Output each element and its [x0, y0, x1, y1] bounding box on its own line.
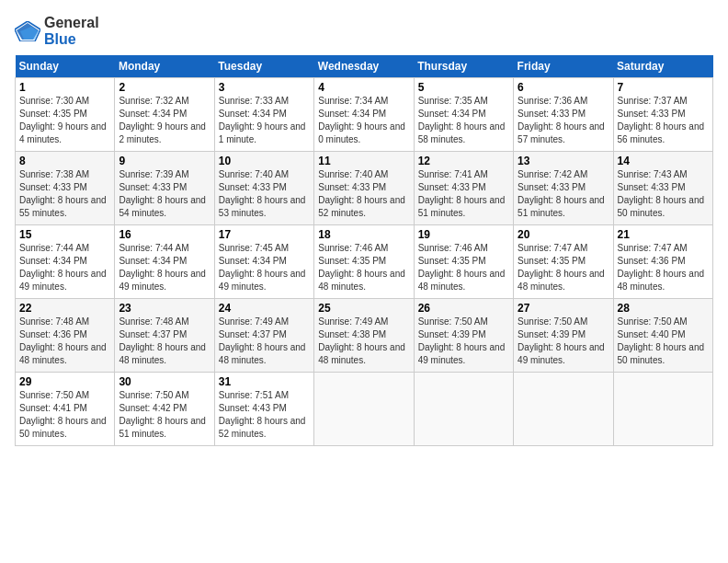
page-container: General Blue Sunday Monday Tuesday Wedne… [0, 0, 728, 454]
calendar-cell: 15 Sunrise: 7:44 AMSunset: 4:34 PMDaylig… [16, 225, 115, 299]
calendar-cell: 3 Sunrise: 7:33 AMSunset: 4:34 PMDayligh… [214, 78, 313, 152]
day-number: 27 [518, 302, 609, 315]
day-number: 12 [418, 155, 509, 167]
day-number: 5 [418, 81, 509, 94]
calendar-cell: 17 Sunrise: 7:45 AMSunset: 4:34 PMDaylig… [214, 225, 313, 299]
day-info: Sunrise: 7:46 AMSunset: 4:35 PMDaylight:… [318, 243, 405, 292]
calendar-cell: 23 Sunrise: 7:48 AMSunset: 4:37 PMDaylig… [115, 299, 214, 373]
calendar-week-row: 22 Sunrise: 7:48 AMSunset: 4:36 PMDaylig… [16, 299, 713, 373]
calendar-cell: 26 Sunrise: 7:50 AMSunset: 4:39 PMDaylig… [414, 299, 513, 373]
day-info: Sunrise: 7:47 AMSunset: 4:36 PMDaylight:… [618, 243, 705, 292]
day-number: 14 [618, 155, 709, 167]
calendar-cell: 21 Sunrise: 7:47 AMSunset: 4:36 PMDaylig… [613, 225, 712, 299]
day-info: Sunrise: 7:49 AMSunset: 4:38 PMDaylight:… [318, 316, 405, 365]
day-number: 20 [518, 228, 609, 241]
calendar-week-row: 8 Sunrise: 7:38 AMSunset: 4:33 PMDayligh… [16, 152, 713, 225]
header-monday: Monday [115, 55, 214, 78]
calendar-cell: 4 Sunrise: 7:34 AMSunset: 4:34 PMDayligh… [314, 78, 414, 152]
day-number: 4 [318, 81, 409, 94]
logo-blue: Blue [44, 31, 76, 47]
day-number: 13 [518, 155, 609, 167]
day-number: 21 [618, 228, 709, 241]
calendar-week-row: 15 Sunrise: 7:44 AMSunset: 4:34 PMDaylig… [16, 225, 713, 299]
day-number: 2 [119, 81, 210, 94]
day-info: Sunrise: 7:30 AMSunset: 4:35 PMDaylight:… [19, 96, 107, 144]
calendar-table: Sunday Monday Tuesday Wednesday Thursday… [15, 55, 713, 446]
day-info: Sunrise: 7:36 AMSunset: 4:33 PMDaylight:… [518, 96, 605, 144]
header-friday: Friday [514, 55, 613, 78]
day-info: Sunrise: 7:50 AMSunset: 4:42 PMDaylight:… [119, 390, 206, 439]
day-info: Sunrise: 7:50 AMSunset: 4:39 PMDaylight:… [418, 316, 506, 365]
day-info: Sunrise: 7:50 AMSunset: 4:40 PMDaylight:… [618, 316, 705, 365]
day-info: Sunrise: 7:32 AMSunset: 4:34 PMDaylight:… [119, 96, 206, 144]
day-info: Sunrise: 7:45 AMSunset: 4:34 PMDaylight:… [219, 243, 306, 292]
calendar-cell: 22 Sunrise: 7:48 AMSunset: 4:36 PMDaylig… [16, 299, 115, 373]
logo-icon [15, 21, 40, 41]
day-info: Sunrise: 7:43 AMSunset: 4:33 PMDaylight:… [618, 169, 705, 218]
calendar-cell: 7 Sunrise: 7:37 AMSunset: 4:33 PMDayligh… [613, 78, 712, 152]
calendar-cell: 29 Sunrise: 7:50 AMSunset: 4:41 PMDaylig… [16, 373, 115, 446]
calendar-cell: 10 Sunrise: 7:40 AMSunset: 4:33 PMDaylig… [214, 152, 313, 225]
calendar-cell [414, 373, 513, 446]
day-info: Sunrise: 7:33 AMSunset: 4:34 PMDaylight:… [219, 96, 306, 144]
calendar-cell: 6 Sunrise: 7:36 AMSunset: 4:33 PMDayligh… [514, 78, 613, 152]
calendar-cell: 5 Sunrise: 7:35 AMSunset: 4:34 PMDayligh… [414, 78, 513, 152]
header-tuesday: Tuesday [214, 55, 313, 78]
calendar-cell: 11 Sunrise: 7:40 AMSunset: 4:33 PMDaylig… [314, 152, 414, 225]
day-info: Sunrise: 7:39 AMSunset: 4:33 PMDaylight:… [119, 169, 206, 218]
logo-general: General [44, 15, 99, 30]
day-number: 16 [119, 228, 210, 241]
calendar-cell: 24 Sunrise: 7:49 AMSunset: 4:37 PMDaylig… [214, 299, 313, 373]
day-info: Sunrise: 7:51 AMSunset: 4:43 PMDaylight:… [219, 390, 306, 439]
day-number: 29 [19, 375, 110, 388]
day-number: 19 [418, 228, 509, 241]
calendar-cell: 20 Sunrise: 7:47 AMSunset: 4:35 PMDaylig… [514, 225, 613, 299]
weekday-header-row: Sunday Monday Tuesday Wednesday Thursday… [16, 55, 713, 78]
day-number: 30 [119, 375, 210, 388]
calendar-week-row: 29 Sunrise: 7:50 AMSunset: 4:41 PMDaylig… [16, 373, 713, 446]
day-info: Sunrise: 7:44 AMSunset: 4:34 PMDaylight:… [19, 243, 107, 292]
calendar-cell: 14 Sunrise: 7:43 AMSunset: 4:33 PMDaylig… [613, 152, 712, 225]
calendar-cell: 16 Sunrise: 7:44 AMSunset: 4:34 PMDaylig… [115, 225, 214, 299]
day-info: Sunrise: 7:50 AMSunset: 4:41 PMDaylight:… [19, 390, 107, 439]
day-number: 25 [318, 302, 409, 315]
day-info: Sunrise: 7:48 AMSunset: 4:36 PMDaylight:… [19, 316, 107, 365]
day-number: 23 [119, 302, 210, 315]
day-info: Sunrise: 7:47 AMSunset: 4:35 PMDaylight:… [518, 243, 605, 292]
calendar-cell: 13 Sunrise: 7:42 AMSunset: 4:33 PMDaylig… [514, 152, 613, 225]
day-number: 9 [119, 155, 210, 167]
calendar-cell: 31 Sunrise: 7:51 AMSunset: 4:43 PMDaylig… [214, 373, 313, 446]
calendar-cell [514, 373, 613, 446]
day-info: Sunrise: 7:44 AMSunset: 4:34 PMDaylight:… [119, 243, 206, 292]
day-number: 8 [19, 155, 110, 167]
calendar-cell: 12 Sunrise: 7:41 AMSunset: 4:33 PMDaylig… [414, 152, 513, 225]
day-info: Sunrise: 7:50 AMSunset: 4:39 PMDaylight:… [518, 316, 605, 365]
day-info: Sunrise: 7:46 AMSunset: 4:35 PMDaylight:… [418, 243, 506, 292]
calendar-cell: 30 Sunrise: 7:50 AMSunset: 4:42 PMDaylig… [115, 373, 214, 446]
day-number: 22 [19, 302, 110, 315]
header-wednesday: Wednesday [314, 55, 414, 78]
day-info: Sunrise: 7:40 AMSunset: 4:33 PMDaylight:… [318, 169, 405, 218]
day-number: 11 [318, 155, 409, 167]
day-number: 26 [418, 302, 509, 315]
header-sunday: Sunday [16, 55, 115, 78]
header: General Blue [15, 15, 713, 48]
calendar-week-row: 1 Sunrise: 7:30 AMSunset: 4:35 PMDayligh… [16, 78, 713, 152]
day-number: 31 [219, 375, 310, 388]
day-info: Sunrise: 7:42 AMSunset: 4:33 PMDaylight:… [518, 169, 605, 218]
calendar-cell: 9 Sunrise: 7:39 AMSunset: 4:33 PMDayligh… [115, 152, 214, 225]
day-number: 15 [19, 228, 110, 241]
day-info: Sunrise: 7:41 AMSunset: 4:33 PMDaylight:… [418, 169, 506, 218]
calendar-cell: 19 Sunrise: 7:46 AMSunset: 4:35 PMDaylig… [414, 225, 513, 299]
header-thursday: Thursday [414, 55, 513, 78]
day-info: Sunrise: 7:38 AMSunset: 4:33 PMDaylight:… [19, 169, 107, 218]
calendar-cell: 27 Sunrise: 7:50 AMSunset: 4:39 PMDaylig… [514, 299, 613, 373]
day-info: Sunrise: 7:34 AMSunset: 4:34 PMDaylight:… [318, 96, 405, 144]
calendar-cell: 25 Sunrise: 7:49 AMSunset: 4:38 PMDaylig… [314, 299, 414, 373]
day-number: 3 [219, 81, 310, 94]
logo: General Blue [15, 15, 99, 48]
calendar-cell: 8 Sunrise: 7:38 AMSunset: 4:33 PMDayligh… [16, 152, 115, 225]
day-info: Sunrise: 7:49 AMSunset: 4:37 PMDaylight:… [219, 316, 306, 365]
day-info: Sunrise: 7:48 AMSunset: 4:37 PMDaylight:… [119, 316, 206, 365]
day-info: Sunrise: 7:35 AMSunset: 4:34 PMDaylight:… [418, 96, 506, 144]
